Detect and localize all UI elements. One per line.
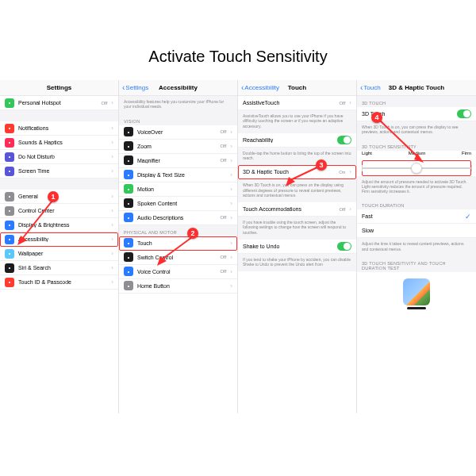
row-siri-search[interactable]: •Siri & Search›	[0, 261, 118, 275]
row-touch-accommodations[interactable]: Touch Accommodations Off ›	[238, 202, 356, 217]
row-voiceover[interactable]: •VoiceOverOff›	[119, 125, 237, 140]
row-label: Sounds & Haptics	[18, 140, 107, 145]
row-notifications[interactable]: •Notifications›	[0, 121, 118, 136]
zoom-icon: •	[124, 141, 133, 151]
row-label: General	[18, 194, 107, 199]
header-title: Touch	[288, 84, 306, 91]
row-label: Zoom	[137, 144, 216, 149]
row-display-text-size[interactable]: •Display & Text Size›	[119, 168, 237, 182]
panel-settings: Settings •Personal HotspotOff›•Notificat…	[0, 80, 119, 413]
section-sensitivity: 3D TOUCH SENSITIVITY	[357, 140, 476, 151]
panel-3d-haptic: ‹Touch 3D & Haptic Touch 3D TOUCH 3D Tou…	[357, 80, 476, 413]
row-personal-hotspot[interactable]: •Personal HotspotOff›	[0, 96, 118, 110]
callout-1: 1	[48, 191, 59, 202]
row-3d-haptic-touch[interactable]: 3D & Haptic Touch On ›	[238, 165, 356, 179]
siri-icon: •	[5, 263, 14, 273]
row-wallpaper[interactable]: •Wallpaper›	[0, 247, 118, 261]
speak-icon: •	[124, 198, 133, 208]
header-title: Accessibility	[159, 84, 198, 91]
panel-accessibility: ‹Settings Accessibility Accessibility fe…	[119, 80, 238, 413]
section-3dtouch: 3D TOUCH	[357, 96, 476, 107]
switch-icon: •	[124, 252, 133, 262]
row-screen-time[interactable]: •Screen Time›	[0, 164, 118, 178]
touchid-icon: •	[5, 278, 14, 287]
haptic-desc: When 3D Touch is on, you can press on th…	[238, 179, 356, 202]
duration-desc: Adjust the time it takes to reveal conte…	[357, 238, 476, 256]
section-vision: VISION	[119, 114, 237, 125]
check-icon: ✓	[465, 213, 471, 221]
row-label: Do Not Disturb	[18, 154, 107, 159]
person-icon: •	[5, 235, 14, 244]
row-voice-control[interactable]: •Voice ControlOff›	[119, 265, 237, 279]
row-label: Touch	[137, 240, 226, 246]
gear-icon: •	[5, 192, 14, 202]
chevron-left-icon: ‹	[241, 84, 244, 92]
row-control-center[interactable]: •Control Center›	[0, 204, 118, 218]
chevron-right-icon: ›	[111, 264, 113, 271]
chevron-right-icon: ›	[349, 168, 351, 175]
link-icon: •	[5, 98, 14, 108]
chevron-right-icon: ›	[111, 153, 113, 160]
test-image[interactable]	[403, 278, 430, 305]
row-do-not-disturb[interactable]: •Do Not Disturb›	[0, 150, 118, 164]
row-zoom[interactable]: •ZoomOff›	[119, 140, 237, 154]
sensitivity-slider[interactable]	[362, 160, 471, 176]
row-label: Display & Text Size	[137, 172, 226, 178]
row-touch[interactable]: •Touch›	[119, 236, 237, 251]
row-duration-slow[interactable]: Slow	[357, 224, 476, 238]
moon-icon: •	[5, 152, 14, 162]
chevron-right-icon: ›	[230, 214, 232, 221]
chevron-right-icon: ›	[230, 268, 232, 275]
row-value: Off	[101, 101, 107, 106]
row-touch-id-passcode[interactable]: •Touch ID & Passcode›	[0, 275, 118, 290]
row-spoken-content[interactable]: •Spoken Content›	[119, 197, 237, 211]
back-button[interactable]: ‹Touch	[360, 84, 381, 92]
chevron-right-icon: ›	[230, 157, 232, 164]
home-icon: •	[124, 281, 133, 290]
chevron-right-icon: ›	[230, 129, 232, 136]
row-label: Spoken Content	[137, 201, 226, 206]
row-home-button[interactable]: •Home Button›	[119, 279, 237, 294]
back-button[interactable]: ‹Accessibility	[241, 84, 279, 92]
slider-label-firm: Firm	[462, 151, 471, 155]
row-duration-fast[interactable]: Fast ✓	[357, 209, 476, 224]
toggle-on[interactable]	[337, 136, 351, 144]
row-display-brightness[interactable]: •Display & Brightness›	[0, 218, 118, 232]
back-button[interactable]: ‹Settings	[122, 84, 148, 92]
chevron-right-icon: ›	[111, 167, 113, 175]
row-reachability[interactable]: Reachability	[238, 133, 356, 148]
chevron-right-icon: ›	[230, 240, 232, 247]
row-label: Slow	[362, 228, 471, 233]
row-value: Off	[220, 129, 226, 134]
chevron-right-icon: ›	[230, 254, 232, 261]
chevron-right-icon: ›	[230, 143, 232, 150]
row-label: AssistiveTouch	[243, 100, 335, 106]
toggle-on[interactable]	[337, 242, 351, 251]
vo-icon: •	[124, 127, 133, 136]
slider-knob[interactable]	[411, 163, 422, 174]
row-shake-to-undo[interactable]: Shake to Undo	[238, 240, 356, 254]
row-motion[interactable]: •Motion›	[119, 182, 237, 197]
header-title: 3D & Haptic Touch	[389, 84, 445, 91]
slider-label-light: Light	[362, 151, 372, 155]
chevron-right-icon: ›	[111, 193, 113, 200]
row-label: Control Center	[18, 208, 107, 213]
sliders-icon: •	[5, 206, 14, 216]
row-switch-control[interactable]: •Switch ControlOff›	[119, 251, 237, 265]
row-label: Accessibility	[18, 236, 107, 242]
back-label: Accessibility	[244, 84, 279, 91]
row-label: Home Button	[137, 283, 226, 289]
callout-3: 3	[316, 159, 327, 171]
toggle-on[interactable]	[457, 109, 471, 118]
row-sounds-haptics[interactable]: •Sounds & Haptics›	[0, 136, 118, 150]
chevron-right-icon: ›	[349, 99, 351, 106]
back-label: Touch	[363, 84, 380, 91]
row-magnifier[interactable]: •MagnifierOff›	[119, 154, 237, 168]
panel-container: Settings •Personal HotspotOff›•Notificat…	[0, 80, 476, 413]
row-audio-descriptions[interactable]: •Audio DescriptionsOff›	[119, 211, 237, 225]
row-accessibility[interactable]: •Accessibility›	[0, 232, 118, 247]
row-assistivetouch[interactable]: AssistiveTouch Off ›	[238, 96, 356, 110]
row-general[interactable]: •General›	[0, 190, 118, 204]
chevron-right-icon: ›	[111, 139, 113, 146]
row-value: Off	[339, 101, 345, 106]
